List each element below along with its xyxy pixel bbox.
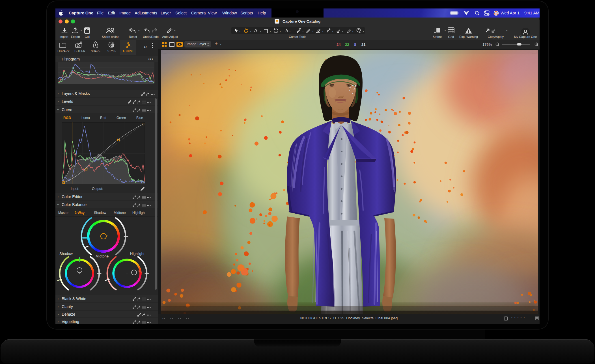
svg-text:⌄: ⌄ [352, 30, 354, 32]
svg-text:⌄: ⌄ [270, 30, 271, 32]
svg-text:⌄: ⌄ [322, 30, 324, 32]
svg-text:⌄: ⌄ [289, 30, 291, 32]
svg-text:⌄: ⌄ [342, 30, 344, 32]
svg-text:⌄: ⌄ [302, 30, 304, 32]
svg-text:⌄: ⌄ [239, 30, 241, 32]
svg-text:⌄: ⌄ [332, 30, 334, 32]
svg-text:⌄: ⌄ [250, 30, 252, 32]
svg-text:⌄: ⌄ [312, 30, 314, 32]
svg-text:⌄: ⌄ [279, 30, 281, 32]
svg-text:⌄: ⌄ [260, 30, 262, 32]
svg-text:⌄: ⌄ [363, 30, 365, 32]
